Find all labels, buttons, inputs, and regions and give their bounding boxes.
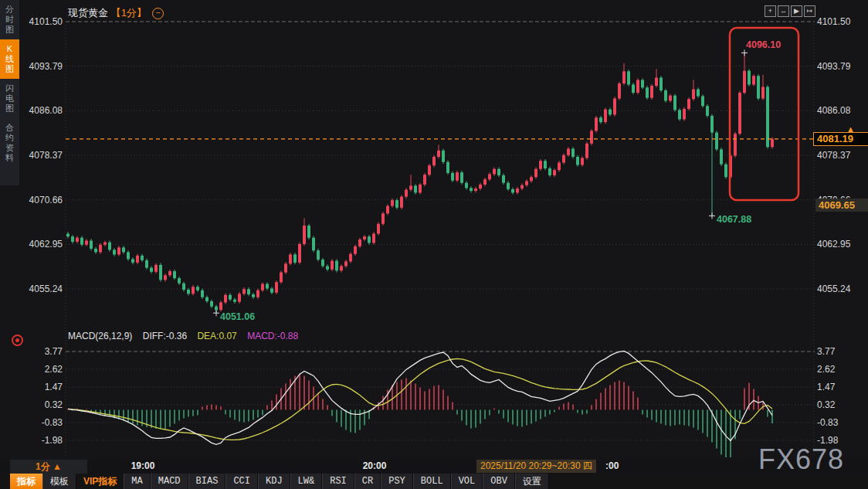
axis-label: -1.98	[0, 435, 63, 446]
axis-label: 4078.37	[817, 150, 868, 161]
time-range-tooltip: 2025/11/20 20:29~20:30 四	[476, 460, 596, 473]
axis-label: 4093.79	[817, 61, 868, 72]
axis-label: 4070.66	[0, 195, 63, 205]
axis-label: -0.83	[0, 417, 63, 428]
autoscroll-icon[interactable]: ▶	[791, 5, 802, 17]
axis-label: 1.47	[0, 382, 63, 392]
axis-label: 4055.24	[817, 284, 868, 294]
toolbar-button-OBV[interactable]: OBV	[483, 474, 515, 489]
toolbar-button-BOLL[interactable]: BOLL	[413, 474, 451, 489]
fit-horizontal-icon[interactable]: ↔	[778, 5, 789, 17]
symbol-name: 现货黄金	[68, 7, 108, 19]
toolbar-button-RSI[interactable]: RSI	[322, 474, 354, 489]
indicator-toolbar: 指标模板VIP指标MAMACDBIASCCIKDJLW&RSICRPSYBOLL…	[0, 474, 868, 489]
pan-icon[interactable]: +	[765, 5, 776, 17]
axis-label: 4062.95	[0, 239, 63, 250]
toolbar-button-指标[interactable]: 指标	[10, 474, 42, 489]
toolbar-button-VIP指标[interactable]: VIP指标	[76, 474, 124, 489]
macd-histogram	[68, 373, 772, 457]
price-marker-label: 4096.10	[746, 39, 781, 50]
time-label: 19:00	[131, 460, 155, 471]
price-marker-label: 4051.06	[220, 311, 255, 322]
axis-label: 4055.24	[0, 284, 63, 294]
axis-label: 2.62	[0, 364, 63, 375]
axis-label: 4078.37	[0, 150, 63, 161]
toolbar-button-BIAS[interactable]: BIAS	[188, 474, 226, 489]
axis-label: 4101.50	[0, 16, 63, 27]
chart-tools: +↔▶↦	[765, 5, 815, 17]
macd-name: MACD(26,12,9)	[68, 331, 132, 341]
macd-diff-value: DIFF:-0.36	[143, 331, 187, 341]
interval-label: 【1分】	[111, 7, 147, 19]
time-label: 20:00	[363, 460, 387, 471]
axis-label: 0.32	[817, 399, 868, 410]
axis-label: 4093.79	[0, 61, 63, 72]
toolbar-button-设置[interactable]: 设置	[515, 474, 549, 489]
chart-legend: 现货黄金 【1分】 −	[68, 6, 164, 20]
toolbar-button-MA[interactable]: MA	[124, 474, 150, 489]
axis-label: 2.62	[817, 364, 868, 375]
macd-header: MACD(26,12,9) DIFF:-0.36 DEA:0.07 MACD:-…	[68, 331, 306, 341]
chart-canvas[interactable]	[0, 0, 868, 460]
macd-dea-value: DEA:0.07	[197, 331, 236, 341]
ref-price-tag: 4069.65	[815, 199, 868, 212]
period-selector[interactable]: 1分 ▲	[10, 460, 87, 474]
toolbar-button-MACD[interactable]: MACD	[151, 474, 188, 489]
alert-icon[interactable]	[12, 334, 23, 346]
candlesticks[interactable]	[66, 53, 774, 313]
price-pin-icon: ▲	[846, 124, 855, 134]
axis-label: 3.77	[0, 346, 63, 357]
toolbar-button-PSY[interactable]: PSY	[381, 474, 413, 489]
last-price-tag: 4081.19	[813, 132, 868, 146]
axis-label: 4086.08	[0, 105, 63, 116]
trading-app: 分 时 图K 线 图闪 电 图合 约 资 料 现货黄金 【1分】 − +↔▶↦ …	[0, 0, 868, 489]
toolbar-button-VOL[interactable]: VOL	[451, 474, 483, 489]
toolbar-button-CR[interactable]: CR	[354, 474, 381, 489]
time-axis: 1分 ▲ 2025/11/20 20:29~20:30 四 19:0020:00…	[0, 460, 868, 474]
time-label: :00	[605, 460, 619, 471]
toolbar-button-模板[interactable]: 模板	[42, 474, 76, 489]
axis-label: 0.32	[0, 399, 63, 410]
left-price-axis: 4101.504093.794086.084078.374070.664062.…	[0, 0, 63, 460]
watermark: FX678	[758, 443, 844, 476]
collapse-icon[interactable]: −	[152, 8, 164, 19]
axis-label: 4101.50	[817, 16, 868, 27]
toolbar-button-LW&[interactable]: LW&	[290, 474, 323, 489]
axis-label: 4062.95	[817, 239, 868, 250]
toolbar-button-CCI[interactable]: CCI	[225, 474, 258, 489]
toolbar-button-KDJ[interactable]: KDJ	[258, 474, 290, 489]
axis-label: 3.77	[817, 346, 868, 357]
axis-label: 4086.08	[817, 105, 868, 116]
right-price-axis: 4101.504093.794086.084078.374070.664062.…	[817, 0, 868, 460]
price-marker-label: 4067.88	[717, 214, 751, 225]
axis-label: -0.83	[817, 417, 868, 428]
axis-label: 1.47	[817, 382, 868, 392]
jump-latest-icon[interactable]: ↦	[804, 5, 815, 17]
macd-bar-value: MACD:-0.88	[247, 331, 298, 341]
